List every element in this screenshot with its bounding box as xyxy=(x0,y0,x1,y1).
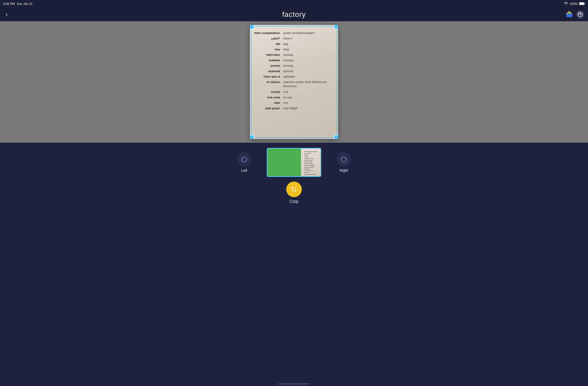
vocab-row: claro que sísjälvklart xyxy=(253,74,335,79)
thumbnail[interactable]: ¡feliz cumpleaños! grattis ¿qué? vilken?… xyxy=(267,148,321,177)
vocab-row: másmer xyxy=(253,100,335,105)
vocab-swedish: onsdag xyxy=(282,52,335,57)
vocab-spanish: ¡feliz cumpleaños! xyxy=(253,30,282,36)
vocab-row: juevestorsdag xyxy=(253,63,335,68)
vocab-row: ¿qué?vilken? xyxy=(253,36,335,41)
rotate-right-button[interactable]: Right xyxy=(337,152,351,173)
vocab-swedish: vad häftigt! xyxy=(282,105,335,111)
status-bar: 5:06 PM Sun Jan 21 100% xyxy=(0,0,354,8)
top-bar: ‹ factory xyxy=(0,8,354,21)
vocab-swedish: vilken? xyxy=(282,36,335,41)
vocab-spanish: especial xyxy=(253,68,282,74)
svg-rect-16 xyxy=(292,187,292,188)
rotate-left-circle xyxy=(237,152,251,166)
vocab-row: díadag xyxy=(253,41,335,46)
vocab-row: especialspeciell xyxy=(253,68,335,74)
crop-circle xyxy=(286,182,302,197)
vocab-row: una cosaen sak xyxy=(253,94,335,100)
vocab-spanish: el clásico xyxy=(253,79,282,89)
document-card: ¡feliz cumpleaños!grattis på födelsedage… xyxy=(250,25,338,139)
vocab-spanish: mañana xyxy=(253,57,282,63)
vocab-swedish: imorgon xyxy=(282,57,335,63)
vocab-swedish: självklart xyxy=(282,74,335,79)
rotate-right-label: Right xyxy=(340,168,348,173)
vocab-spanish: hoy xyxy=(253,46,282,52)
doc-content: ¡feliz cumpleaños!grattis på födelsedage… xyxy=(250,25,338,114)
thumb-text: ¡feliz cumpleaños! grattis ¿qué? vilken?… xyxy=(304,151,317,176)
back-button[interactable]: ‹ xyxy=(4,10,10,19)
vocab-swedish: idag xyxy=(282,46,335,52)
rotation-row: Left ¡feliz cumpleaños! grattis ¿qué? vi… xyxy=(0,148,354,177)
vocab-row: hoyidag xyxy=(253,46,335,52)
crop-button[interactable]: Crop xyxy=(286,182,302,199)
vocab-row: contramot xyxy=(253,89,335,94)
crop-handle-br[interactable] xyxy=(333,134,338,139)
crop-handle-bl[interactable] xyxy=(250,134,255,139)
vocab-swedish: speciell xyxy=(282,68,335,74)
vocab-swedish: dag xyxy=(282,41,335,46)
image-area: ¡feliz cumpleaños!grattis på födelsedage… xyxy=(0,21,354,143)
thumb-doc: ¡feliz cumpleaños! grattis ¿qué? vilken?… xyxy=(301,149,320,177)
vocab-spanish: miércoles xyxy=(253,52,282,57)
vocab-row: ¡feliz cumpleaños!grattis på födelsedage… xyxy=(253,30,335,36)
rotate-left-icon xyxy=(241,156,248,163)
vocab-spanish: jueves xyxy=(253,63,282,68)
vocab-swedish: mer xyxy=(282,100,335,105)
crop-icon xyxy=(290,185,298,193)
vocab-row: mañanaimorgon xyxy=(253,57,335,63)
svg-rect-17 xyxy=(296,191,297,192)
vocab-row: el clásicomatchen mellan Real Madrid och… xyxy=(253,79,335,89)
date: Sun Jan 21 xyxy=(17,2,33,6)
vocab-spanish: ¿qué? xyxy=(253,36,282,41)
vocab-table: ¡feliz cumpleaños!grattis på födelsedage… xyxy=(253,30,335,111)
vocab-spanish: contra xyxy=(253,89,282,94)
svg-rect-13 xyxy=(292,191,296,191)
vocab-swedish: mot xyxy=(282,89,335,94)
vocab-swedish: grattis på födelsedagen! xyxy=(282,30,335,36)
vocab-row: miércolesonsdag xyxy=(253,52,335,57)
vocab-spanish: claro que sí xyxy=(253,74,282,79)
vocab-row: ¡qué guay!vad häftigt! xyxy=(253,105,335,111)
bottom-toolbar: Left ¡feliz cumpleaños! grattis ¿qué? vi… xyxy=(0,143,354,199)
vocab-spanish: más xyxy=(253,100,282,105)
app-title: factory xyxy=(282,10,306,19)
rotate-left-label: Left xyxy=(241,168,247,173)
vocab-spanish: ¡qué guay! xyxy=(253,105,282,111)
vocab-spanish: una cosa xyxy=(253,94,282,100)
rotate-right-icon xyxy=(340,156,347,163)
vocab-swedish: matchen mellan Real Madrid och Barcelona xyxy=(282,79,335,89)
time: 5:06 PM xyxy=(3,2,15,6)
vocab-swedish: torsdag xyxy=(282,63,335,68)
svg-rect-14 xyxy=(295,188,296,191)
rotate-right-circle xyxy=(337,152,351,166)
vocab-spanish: día xyxy=(253,41,282,46)
vocab-swedish: en sak xyxy=(282,94,335,100)
rotate-left-button[interactable]: Left xyxy=(237,152,251,173)
